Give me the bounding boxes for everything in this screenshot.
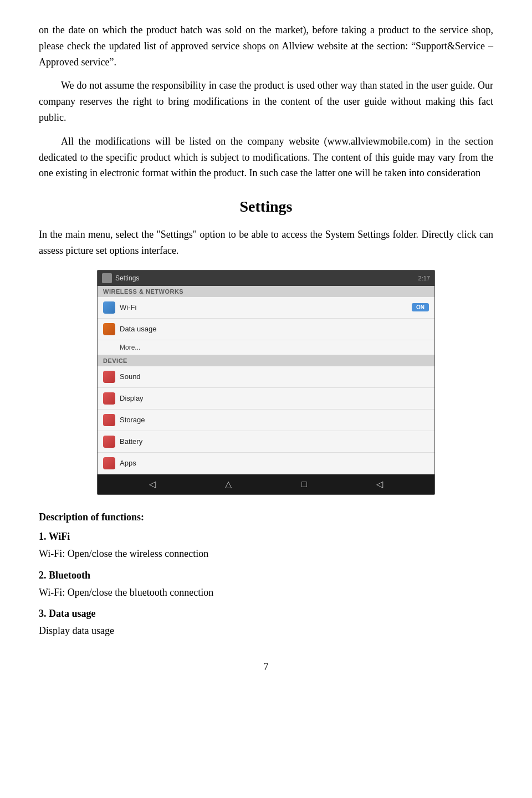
apps-label: Apps (120, 459, 136, 467)
paragraph-2: We do not assume the responsibility in c… (39, 78, 493, 125)
data-usage-icon (103, 323, 115, 335)
more-row[interactable]: More... (98, 340, 434, 355)
apps-row-left: Apps (103, 457, 136, 469)
settings-heading: Settings (39, 198, 493, 216)
paragraph-3: All the modifications will be listed on … (39, 134, 493, 181)
function-2-desc: Wi-Fi: Open/close the bluetooth connecti… (39, 585, 493, 601)
settings-intro: In the main menu, select the "Settings" … (39, 227, 493, 259)
wifi-toggle[interactable]: ON (412, 303, 429, 311)
screenshot-title: Settings (115, 274, 139, 282)
sound-label: Sound (120, 372, 141, 381)
screenshot-container: Settings 2:17 WIRELESS & NETWORKS Wi-Fi … (39, 270, 493, 495)
battery-icon (103, 436, 115, 448)
apps-icon (103, 457, 115, 469)
display-row: Display (98, 388, 434, 410)
titlebar-left: Settings (102, 273, 139, 283)
storage-row: Storage (98, 410, 434, 431)
wifi-row: Wi-Fi ON (98, 297, 434, 319)
data-usage-row: Data usage (98, 319, 434, 340)
data-usage-row-left: Data usage (103, 323, 157, 335)
page-number: 7 (264, 661, 269, 672)
screenshot-titlebar: Settings 2:17 (98, 270, 434, 286)
wifi-icon (103, 301, 115, 314)
recent-icon: □ (301, 479, 307, 489)
back-icon: ◁ (149, 479, 156, 489)
storage-icon (103, 414, 115, 426)
device-header: DEVICE (98, 355, 434, 366)
home-icon: △ (225, 479, 232, 489)
display-label: Display (120, 394, 144, 402)
function-2-title: 2. Bluetooth (39, 570, 493, 581)
wifi-label: Wi-Fi (120, 303, 136, 311)
battery-row-left: Battery (103, 436, 142, 448)
screenshot: Settings 2:17 WIRELESS & NETWORKS Wi-Fi … (97, 270, 435, 495)
functions-heading: Description of functions: (39, 511, 493, 523)
function-3-title: 3. Data usage (39, 608, 493, 620)
display-icon (103, 392, 115, 405)
display-row-left: Display (103, 392, 144, 405)
storage-label: Storage (120, 416, 145, 424)
screenshot-time: 2:17 (418, 275, 430, 282)
sound-row: Sound (98, 366, 434, 388)
apps-row: Apps (98, 453, 434, 474)
wifi-row-left: Wi-Fi (103, 301, 136, 314)
page-content: on the date on which the product batch w… (39, 22, 493, 673)
data-usage-label: Data usage (120, 325, 157, 333)
function-1-desc: Wi-Fi: Open/close the wireless connectio… (39, 546, 493, 562)
wireless-header: WIRELESS & NETWORKS (98, 286, 434, 297)
battery-row: Battery (98, 431, 434, 453)
paragraph-1: on the date on which the product batch w… (39, 22, 493, 70)
screenshot-body: WIRELESS & NETWORKS Wi-Fi ON Data usage … (98, 286, 434, 474)
volume-icon: ◁ (376, 479, 383, 489)
screenshot-navbar: ◁ △ □ ◁ (98, 474, 434, 494)
function-3-desc: Display data usage (39, 623, 493, 639)
sound-row-left: Sound (103, 371, 141, 383)
settings-app-icon (102, 273, 112, 283)
page-number-container: 7 (39, 661, 493, 673)
function-1-title: 1. WiFi (39, 531, 493, 543)
sound-icon (103, 371, 115, 383)
storage-row-left: Storage (103, 414, 145, 426)
battery-label: Battery (120, 437, 142, 446)
